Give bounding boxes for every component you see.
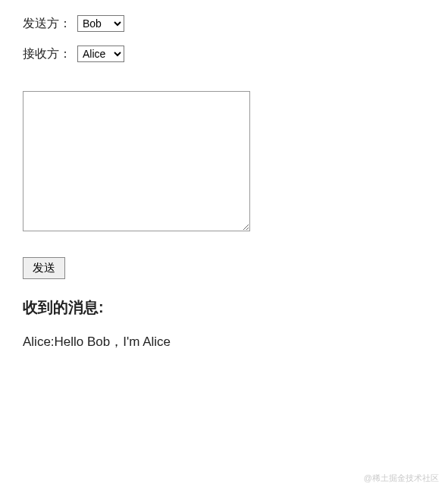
receiver-select[interactable]: Alice — [77, 46, 124, 62]
received-heading: 收到的消息: — [23, 297, 425, 318]
receiver-row: 接收方： Alice — [23, 46, 425, 62]
message-textarea[interactable] — [23, 91, 250, 231]
sender-label: 发送方： — [23, 16, 71, 32]
messages-list: Alice:Hello Bob，I'm Alice — [23, 333, 425, 350]
sender-row: 发送方： Bob — [23, 15, 425, 32]
sender-select[interactable]: Bob — [77, 15, 124, 32]
watermark: @稀土掘金技术社区 — [364, 473, 439, 484]
receiver-label: 接收方： — [23, 46, 71, 62]
send-button[interactable]: 发送 — [23, 257, 65, 279]
message-item: Alice:Hello Bob，I'm Alice — [23, 333, 425, 350]
button-container: 发送 — [23, 234, 425, 279]
message-container — [23, 76, 425, 234]
